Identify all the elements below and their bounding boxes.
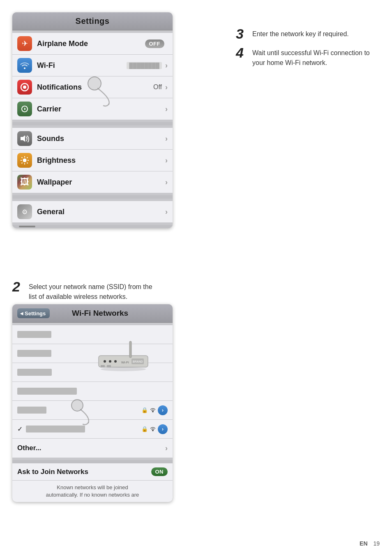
lock-icon: 🔒 (141, 407, 148, 413)
wifi-net-6-name: MY-HOME-NET 123 (26, 425, 141, 433)
detail-arrow-6[interactable]: › (158, 424, 168, 434)
lock-icon-6: 🔒 (141, 426, 148, 432)
wifi-network-connected: ████████ (127, 62, 162, 69)
notifications-chevron: › (165, 83, 168, 92)
wifi-signal-icon-6 (150, 426, 156, 432)
wifi-net-4-name: FriendlyWiFi ab cdef (17, 387, 168, 395)
airplane-label: Airplane Mode (37, 39, 145, 48)
brightness-chevron: › (165, 156, 168, 165)
ask-join-toggle[interactable]: ON (151, 467, 168, 476)
step-4: 4 Wait until successful Wi-Fi connection… (236, 46, 380, 68)
wifi-net-5[interactable]: HP-xxxxx 🔒 › (12, 401, 173, 420)
step-4-number: 4 (236, 46, 247, 60)
wifi-net-6[interactable]: ✓ MY-HOME-NET 123 🔒 › (12, 420, 173, 439)
settings-row-carrier[interactable]: Carrier › (12, 98, 173, 120)
wifi-divider (12, 460, 173, 463)
airplane-icon: ✈ (17, 36, 32, 51)
wifi-label: Wi-Fi (37, 61, 127, 70)
settings-row-notifications[interactable]: Notifications Off › (12, 76, 173, 98)
sounds-chevron: › (165, 134, 168, 143)
wifi-note-text: Known networks will be joined automatica… (46, 484, 139, 498)
wifi-net-2[interactable]: linksys-889 (12, 344, 173, 363)
scroll-indicator (19, 226, 35, 227)
settings-row-airplane[interactable]: ✈ Airplane Mode OFF (12, 33, 173, 55)
wifi-net-3[interactable]: netgear000 (12, 363, 173, 382)
wifi-row-icon (17, 58, 32, 73)
wifi-networks-title: Wi-Fi Networks (53, 309, 147, 318)
wifi-net-3-name: netgear000 (17, 368, 168, 377)
wallpaper-icon: 🖼 (17, 175, 32, 190)
step-3: 3 Enter the network key if required. (236, 27, 380, 41)
svg-marker-2 (21, 135, 25, 142)
carrier-icon (17, 102, 32, 116)
sounds-label: Sounds (37, 134, 165, 143)
wifi-other-chevron: › (165, 444, 168, 453)
svg-line-9 (27, 163, 28, 164)
general-icon: ⚙ (17, 204, 32, 219)
wifi-net-4[interactable]: FriendlyWiFi ab cdef (12, 382, 173, 401)
settings-row-wallpaper[interactable]: 🖼 Wallpaper › (12, 171, 173, 193)
wifi-note: Known networks will be joined automatica… (12, 481, 173, 502)
page-number: 19 (373, 540, 380, 547)
wifi-other-label: Other... (17, 444, 165, 452)
brightness-label: Brightness (37, 156, 165, 165)
settings-group-1: ✈ Airplane Mode OFF Wi-Fi ████████ › (12, 33, 173, 120)
airplane-toggle[interactable]: OFF (145, 39, 165, 48)
brightness-icon (17, 153, 32, 168)
wifi-back-button[interactable]: ◂ Settings (17, 308, 50, 318)
settings-title: Settings (76, 16, 110, 25)
svg-line-10 (27, 157, 28, 158)
wifi-net-2-name: linksys-889 (17, 349, 168, 358)
detail-arrow-5[interactable]: › (158, 405, 168, 415)
settings-group-2: Sounds › Brightness › (12, 128, 173, 193)
wifi-header: ◂ Settings Wi-Fi Networks (12, 304, 173, 323)
sounds-icon (17, 131, 32, 146)
notifications-icon (17, 80, 32, 95)
wifi-signal-icon (150, 407, 156, 414)
settings-row-wifi[interactable]: Wi-Fi ████████ › (12, 55, 173, 76)
wifi-panel: ◂ Settings Wi-Fi Networks linksys-888 li… (12, 304, 173, 502)
settings-header: Settings (12, 12, 173, 30)
svg-line-8 (22, 157, 23, 158)
settings-divider-1 (12, 122, 173, 125)
svg-point-3 (23, 159, 27, 162)
ask-join-label: Ask to Join Networks (17, 468, 151, 476)
wifi-back-label: Settings (25, 310, 46, 317)
wifi-net-1[interactable]: linksys-888 (12, 325, 173, 344)
wifi-net-6-icons: 🔒 › (141, 424, 168, 434)
step-2: 2 Select your network name (SSID) from t… (12, 280, 152, 302)
step-3-number: 3 (236, 27, 247, 41)
steps-right: 3 Enter the network key if required. 4 W… (236, 27, 380, 73)
svg-point-13 (152, 411, 154, 412)
wallpaper-chevron: › (165, 178, 168, 187)
settings-row-sounds[interactable]: Sounds › (12, 128, 173, 150)
svg-point-14 (152, 430, 154, 431)
ask-join-row: Ask to Join Networks ON (12, 463, 173, 481)
settings-row-general[interactable]: ⚙ General › (12, 201, 173, 222)
settings-panel: Settings ✈ Airplane Mode OFF Wi-Fi █████… (12, 12, 173, 228)
wifi-chevron: › (165, 61, 168, 70)
step-2-text: Select your network name (SSID) from the… (29, 280, 152, 302)
general-chevron: › (165, 208, 168, 216)
wallpaper-label: Wallpaper (37, 178, 165, 187)
settings-row-brightness[interactable]: Brightness › (12, 150, 173, 171)
carrier-chevron: › (165, 105, 168, 113)
step-4-text: Wait until successful Wi-Fi connection t… (252, 46, 380, 68)
wifi-check-icon: ✓ (17, 425, 23, 433)
wifi-net-1-name: linksys-888 (17, 331, 168, 339)
step-3-text: Enter the network key if required. (252, 27, 349, 39)
wifi-net-5-name: HP-xxxxx (17, 406, 141, 414)
settings-divider-2 (12, 195, 173, 199)
notifications-label: Notifications (37, 83, 153, 92)
general-label: General (37, 208, 165, 216)
page-language: EN (360, 540, 367, 547)
notifications-value: Off (153, 83, 162, 91)
carrier-label: Carrier (37, 105, 165, 113)
page-footer: EN 19 (360, 540, 380, 547)
svg-point-1 (23, 86, 26, 89)
svg-line-11 (22, 163, 23, 164)
wifi-net-5-icons: 🔒 › (141, 405, 168, 415)
wifi-other[interactable]: Other... › (12, 439, 173, 458)
step-2-number: 2 (12, 280, 24, 294)
wifi-networks-group: linksys-888 linksys-889 netgear000 Frien… (12, 325, 173, 458)
